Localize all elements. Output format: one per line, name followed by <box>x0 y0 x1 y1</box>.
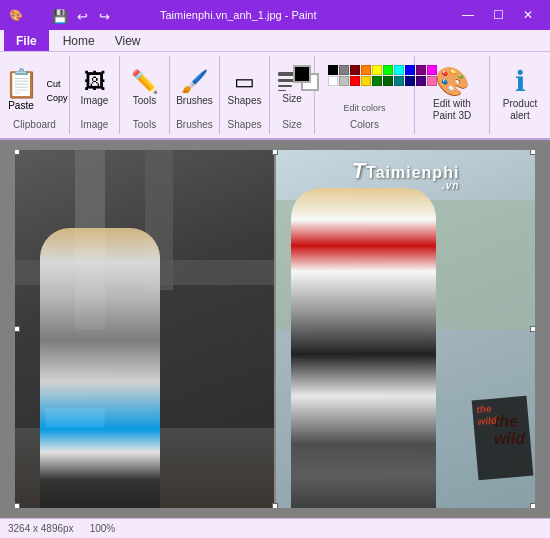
save-button[interactable]: 💾 <box>50 6 70 26</box>
photo-left <box>15 150 274 508</box>
paste-icon: 📋 <box>4 67 39 100</box>
watermark-t: T <box>352 158 366 183</box>
handle-middle-right[interactable] <box>530 326 535 332</box>
tools-icon: ✏️ <box>131 71 158 93</box>
window-title: Taimienphi.vn_anh_1.jpg - Paint <box>160 9 317 21</box>
color-darkred[interactable] <box>350 65 360 75</box>
home-menu[interactable]: Home <box>53 30 105 51</box>
redo-button[interactable]: ↪ <box>94 6 114 26</box>
sign-text: thewild <box>472 396 530 433</box>
edit3d-group: 🎨 Edit with Paint 3D <box>415 56 490 134</box>
canvas-area: TTaimienphi .vn the wild thewild <box>0 140 550 518</box>
color-orange[interactable] <box>361 65 371 75</box>
handle-bottom-right[interactable] <box>530 503 535 508</box>
close-button[interactable]: ✕ <box>514 3 542 27</box>
brushes-label: Brushes <box>176 95 213 107</box>
clipboard-label: Clipboard <box>6 119 63 132</box>
image-button[interactable]: 🖼 Image <box>77 59 113 119</box>
menu-bar: File Home View <box>0 30 550 52</box>
image-canvas[interactable]: TTaimienphi .vn the wild thewild <box>15 150 535 508</box>
handle-bottom-middle[interactable] <box>272 503 278 508</box>
color-yellow[interactable] <box>372 65 382 75</box>
brushes-icon: 🖌️ <box>181 71 208 93</box>
clipboard-sub: Cut Copy <box>45 78 70 104</box>
color-blue[interactable] <box>405 65 415 75</box>
person-right <box>291 188 436 508</box>
colors-group: Edit colors Colors <box>315 56 415 134</box>
alert-label: Product alert <box>503 98 537 122</box>
sign-board: thewild <box>472 396 534 480</box>
paste-label: Paste <box>8 100 34 111</box>
brushes-group-label: Brushes <box>176 119 213 132</box>
image-group-label: Image <box>76 119 113 132</box>
color-lime[interactable] <box>383 65 393 75</box>
brushes-group: 🖌️ Brushes Brushes <box>170 56 220 134</box>
watermark: TTaimienphi .vn <box>352 158 460 191</box>
color-green[interactable] <box>372 76 382 86</box>
shapes-button[interactable]: ▭ Shapes <box>224 59 266 119</box>
photo-right: TTaimienphi .vn the wild thewild <box>274 150 535 508</box>
shapes-group: ▭ Shapes Shapes <box>220 56 270 134</box>
clipboard-group: 📋 Paste Cut Copy Clipboard <box>0 56 70 134</box>
status-bar: 3264 x 4896px 100% <box>0 518 550 538</box>
quick-access-toolbar: 💾 ↩ ↪ <box>50 6 114 26</box>
shapes-group-label: Shapes <box>226 119 263 132</box>
shapes-label: Shapes <box>228 95 262 107</box>
edit3d-icon: 🎨 <box>435 68 470 96</box>
undo-button[interactable]: ↩ <box>72 6 92 26</box>
file-menu[interactable]: File <box>4 30 49 51</box>
alert-button[interactable]: ℹ Product alert <box>493 65 548 125</box>
handle-top-right[interactable] <box>530 150 535 155</box>
zoom-level: 100% <box>90 523 116 534</box>
edit3d-label: Edit with Paint 3D <box>433 98 471 122</box>
paste-button[interactable]: 📋 Paste <box>0 64 43 114</box>
handle-top-middle[interactable] <box>272 150 278 155</box>
color-teal[interactable] <box>394 76 404 86</box>
color-darkgreen[interactable] <box>383 76 393 86</box>
color-silver[interactable] <box>339 76 349 86</box>
alert-content: ℹ Product alert <box>493 58 548 132</box>
image-label: Image <box>81 95 109 107</box>
app-icon: 🎨 <box>8 7 24 23</box>
handle-middle-left[interactable] <box>15 326 20 332</box>
color-white[interactable] <box>328 76 338 86</box>
ribbon: 📋 Paste Cut Copy Clipboard 🖼 Image Image <box>0 52 550 140</box>
color-cyan[interactable] <box>394 65 404 75</box>
clipboard-content: 📋 Paste Cut Copy <box>0 58 70 119</box>
shapes-icon: ▭ <box>234 71 255 93</box>
shapes-content: ▭ Shapes <box>224 58 266 119</box>
brushes-button[interactable]: 🖌️ Brushes <box>172 59 217 119</box>
edit3d-button[interactable]: 🎨 Edit with Paint 3D <box>425 65 480 125</box>
clipboard-inner: 📋 Paste Cut Copy <box>0 64 70 114</box>
title-bar: 🎨 💾 ↩ ↪ Taimienphi.vn_anh_1.jpg - Paint … <box>0 0 550 30</box>
tools-group: ✏️ Tools Tools <box>120 56 170 134</box>
handle-top-left[interactable] <box>15 150 20 155</box>
watermark-brand: Taimienphi <box>366 164 459 181</box>
color-black[interactable] <box>328 65 338 75</box>
cut-button[interactable]: Cut <box>45 78 70 90</box>
brushes-content: 🖌️ Brushes <box>172 58 217 119</box>
tools-content: ✏️ Tools <box>127 58 163 119</box>
title-bar-left: 🎨 💾 ↩ ↪ Taimienphi.vn_anh_1.jpg - Paint <box>8 7 317 23</box>
image-content: 🖼 Image <box>77 58 113 119</box>
color-gold[interactable] <box>361 76 371 86</box>
color-gray[interactable] <box>339 65 349 75</box>
color-red[interactable] <box>350 76 360 86</box>
window-controls: — ☐ ✕ <box>454 3 542 27</box>
edit3d-content: 🎨 Edit with Paint 3D <box>425 58 480 132</box>
person-left <box>40 228 160 508</box>
image-icon: 🖼 <box>84 71 106 93</box>
tools-group-label: Tools <box>126 119 163 132</box>
maximize-button[interactable]: ☐ <box>484 3 512 27</box>
alert-group: ℹ Product alert <box>490 56 550 134</box>
image-group: 🖼 Image Image <box>70 56 120 134</box>
copy-button[interactable]: Copy <box>45 92 70 104</box>
color-navy[interactable] <box>405 76 415 86</box>
image-dimensions: 3264 x 4896px <box>8 523 74 534</box>
color1-swatch[interactable] <box>293 65 311 83</box>
minimize-button[interactable]: — <box>454 3 482 27</box>
tools-label: Tools <box>133 95 156 107</box>
handle-bottom-left[interactable] <box>15 503 20 508</box>
tools-button[interactable]: ✏️ Tools <box>127 59 163 119</box>
view-menu[interactable]: View <box>105 30 151 51</box>
